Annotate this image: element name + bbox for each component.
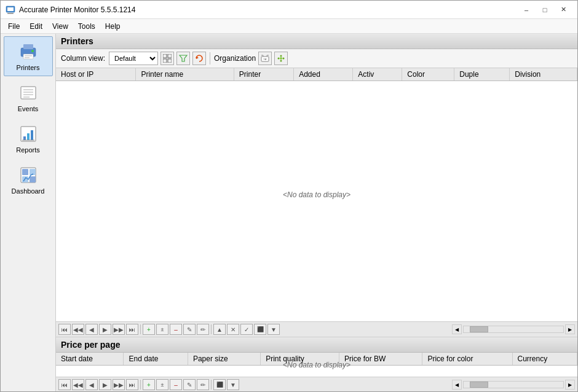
printers-no-data: <No data to display> — [283, 190, 350, 199]
scroll-thumb — [470, 326, 488, 332]
price-nav-first[interactable]: ⏮ — [58, 379, 71, 390]
svg-rect-26 — [163, 59, 167, 63]
printer-icon — [18, 42, 38, 61]
price-nav-prev-prev[interactable]: ◀◀ — [72, 379, 84, 390]
window-title: Accurate Printer Monitor 5.5.5.1214 — [19, 6, 135, 14]
nav-remove[interactable]: – — [170, 324, 182, 335]
price-nav-last[interactable]: ⏭ — [126, 379, 138, 390]
filter-icon — [179, 54, 188, 63]
nav-filter[interactable]: ▼ — [267, 324, 280, 335]
price-nav-remove[interactable]: – — [170, 379, 182, 390]
sidebar-item-reports[interactable]: Reports — [4, 119, 53, 159]
sidebar-printers-label: Printers — [17, 64, 40, 71]
svg-rect-15 — [23, 136, 26, 140]
column-view-select[interactable]: Default — [109, 52, 158, 65]
price-nav-filter[interactable]: ▼ — [227, 379, 239, 390]
nav-next-next[interactable]: ▶▶ — [113, 324, 125, 335]
nav-database[interactable]: ⬛ — [254, 324, 266, 335]
sidebar-reports-label: Reports — [16, 146, 40, 154]
main-layout: Printers Events — [1, 34, 577, 392]
price-scroll-right[interactable]: ▶ — [565, 380, 575, 390]
nav-last[interactable]: ⏭ — [126, 324, 138, 335]
refresh-button[interactable] — [192, 52, 206, 65]
col-color: Color — [402, 68, 454, 81]
printers-section-header: Printers — [56, 34, 577, 49]
nav-cancel[interactable]: ✕ — [227, 324, 239, 335]
nav-up[interactable]: ▲ — [213, 324, 226, 335]
price-scroll-left[interactable]: ◀ — [452, 380, 462, 390]
price-nav-next-next[interactable]: ▶▶ — [113, 379, 125, 390]
svg-rect-23 — [30, 176, 36, 182]
sidebar-dashboard-label: Dashboard — [12, 187, 45, 195]
org-icon2-button[interactable] — [274, 52, 288, 65]
menu-view[interactable]: View — [47, 19, 73, 33]
price-col-paper: Paper size — [188, 353, 260, 366]
minimize-button[interactable]: – — [517, 4, 536, 16]
nav-prev[interactable]: ◀ — [85, 324, 98, 335]
nav-first[interactable]: ⏮ — [58, 324, 71, 335]
svg-rect-1 — [7, 7, 14, 11]
nav-check[interactable]: ✓ — [240, 324, 253, 335]
price-scroll-track[interactable] — [463, 381, 564, 388]
svg-text:+: + — [264, 57, 267, 61]
title-bar: Accurate Printer Monitor 5.5.5.1214 – □ … — [1, 1, 577, 19]
price-section: Price per page Start date End date Paper… — [56, 337, 577, 392]
nav-edit[interactable]: ✎ — [183, 324, 196, 335]
price-nav-add[interactable]: + — [143, 379, 155, 390]
reports-icon — [18, 124, 38, 144]
col-host-ip: Host or IP — [56, 68, 136, 81]
price-nav-next[interactable]: ▶ — [99, 379, 111, 390]
toolbar-sep-1 — [210, 52, 210, 65]
printers-nav-bar: ⏮ ◀◀ ◀ ▶ ▶▶ ⏭ + ± – ✎ ✏ ▲ ✕ ✓ ⬛ ▼ — [56, 321, 577, 337]
menu-tools[interactable]: Tools — [73, 19, 100, 33]
nav-edit2[interactable]: ✏ — [197, 324, 209, 335]
table-header-row: Host or IP Printer name Printer Added Ac… — [56, 68, 577, 81]
maximize-button[interactable]: □ — [536, 4, 554, 16]
price-nav-edit2[interactable]: ✏ — [197, 379, 209, 390]
price-nav-database[interactable]: ⬛ — [213, 379, 226, 390]
nav-sep-2 — [211, 324, 212, 334]
svg-rect-6 — [25, 55, 32, 57]
sidebar-item-printers[interactable]: Printers — [4, 36, 53, 76]
printers-table-container: Host or IP Printer name Printer Added Ac… — [56, 68, 577, 321]
nav-add-alt[interactable]: ± — [156, 324, 168, 335]
filter-button[interactable] — [176, 52, 190, 65]
col-activ: Activ — [353, 68, 402, 81]
col-division: Division — [510, 68, 577, 81]
price-scroll-thumb — [470, 382, 488, 388]
refresh-icon — [195, 54, 204, 63]
sidebar-events-label: Events — [18, 105, 39, 112]
menu-help[interactable]: Help — [100, 19, 125, 33]
svg-rect-16 — [27, 133, 30, 140]
svg-rect-17 — [31, 130, 33, 140]
nav-add[interactable]: + — [143, 324, 155, 335]
org-icon1-button[interactable]: + — [258, 52, 272, 65]
org-add-icon: + — [261, 54, 269, 63]
sidebar-item-dashboard[interactable]: Dashboard — [4, 160, 53, 200]
col-printer-name: Printer name — [136, 68, 234, 81]
menu-file[interactable]: File — [3, 19, 25, 33]
scroll-track[interactable] — [463, 326, 564, 333]
price-nav-sep-1 — [140, 380, 141, 390]
scroll-right-arrow[interactable]: ▶ — [565, 324, 575, 334]
price-nav-bar: ⏮ ◀◀ ◀ ▶ ▶▶ ⏭ + ± – ✎ ✏ ⬛ ▼ ◀ — [56, 377, 577, 392]
price-nav-edit[interactable]: ✎ — [183, 379, 196, 390]
price-col-color: Price for color — [422, 353, 512, 366]
svg-point-40 — [278, 58, 280, 60]
scroll-left-arrow[interactable]: ◀ — [452, 324, 462, 334]
col-duple: Duple — [454, 68, 510, 81]
price-table-container: Start date End date Paper size Print qua… — [56, 353, 577, 377]
svg-rect-2 — [7, 13, 14, 14]
nav-prev-prev[interactable]: ◀◀ — [72, 324, 84, 335]
nav-next[interactable]: ▶ — [99, 324, 111, 335]
svg-rect-20 — [22, 169, 28, 175]
svg-point-38 — [280, 55, 282, 57]
price-nav-add-alt[interactable]: ± — [156, 379, 168, 390]
svg-rect-22 — [22, 176, 28, 182]
menu-edit[interactable]: Edit — [25, 19, 47, 33]
sidebar-item-events[interactable]: Events — [4, 77, 53, 117]
svg-rect-4 — [23, 44, 33, 49]
price-nav-prev[interactable]: ◀ — [85, 379, 98, 390]
grid-view-button[interactable] — [160, 52, 174, 65]
close-button[interactable]: ✕ — [554, 4, 572, 16]
